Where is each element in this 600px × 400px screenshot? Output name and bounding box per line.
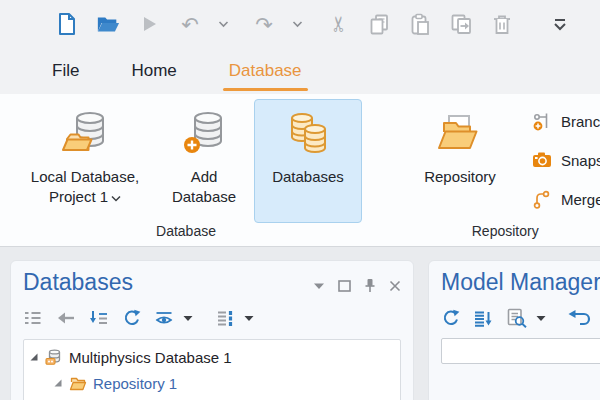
refresh-icon[interactable] [122, 309, 141, 328]
show-options-icon[interactable] [154, 310, 174, 327]
tab-file[interactable]: File [50, 55, 81, 87]
undo-dropdown-icon[interactable] [211, 12, 235, 36]
databases-panel-title: Databases [23, 269, 133, 296]
merge-button[interactable]: Merge [532, 189, 600, 209]
go-to-node-icon[interactable] [89, 309, 109, 327]
panel-pin-icon[interactable] [364, 278, 376, 293]
database-server-icon [45, 348, 63, 366]
run-icon[interactable] [137, 12, 161, 36]
redo-dropdown-icon[interactable] [285, 12, 309, 36]
add-database-button[interactable]: AddDatabase [160, 99, 248, 223]
columns-icon[interactable] [216, 309, 235, 327]
branch-button[interactable]: Branch [532, 111, 600, 131]
panel-close-icon[interactable] [389, 280, 401, 292]
databases-panel-window-controls [313, 278, 401, 293]
group-label-database: Database [10, 223, 362, 246]
merge-icon [532, 189, 552, 209]
ribbon-tabs: File Home Database [0, 48, 600, 94]
refresh-icon[interactable] [441, 309, 460, 328]
model-manager-toolbar [441, 307, 600, 329]
repository-small-buttons: Branch Snapshot [532, 99, 600, 223]
databases-tree: Multiphysics Database 1 Repository 1 [23, 339, 401, 400]
local-database-label: Local Database,Project 1 [31, 167, 139, 206]
ribbon-group-database: Local Database,Project 1 AddDatabase [10, 99, 362, 246]
repository-open-folder-icon [435, 107, 485, 163]
databases-panel: Databases [10, 260, 414, 400]
repository-button[interactable]: Repository [408, 99, 512, 223]
databases-panel-toolbar [23, 307, 401, 329]
chevron-down-icon [111, 195, 121, 202]
branch-add-icon [532, 111, 552, 131]
database-coins-stack-icon [283, 107, 333, 163]
duplicate-icon[interactable] [449, 12, 473, 36]
merge-label: Merge [561, 191, 600, 208]
databases-button[interactable]: Databases [254, 99, 362, 223]
model-manager-search-input[interactable] [441, 338, 600, 364]
tree-row-label: Multiphysics Database 1 [69, 349, 232, 366]
go-back-icon[interactable] [56, 310, 76, 326]
sort-list-icon[interactable] [473, 309, 493, 328]
model-manager-panel: Model Manager [428, 260, 600, 400]
snapshot-label: Snapshot [561, 152, 600, 169]
snapshot-camera-icon [532, 150, 552, 170]
find-in-document-icon[interactable] [506, 308, 527, 328]
model-manager-panel-title: Model Manager [441, 269, 600, 296]
tree-row-multiphysics-database[interactable]: Multiphysics Database 1 [29, 344, 395, 370]
expand-triangle-icon[interactable] [53, 378, 63, 388]
new-file-icon[interactable] [55, 12, 79, 36]
redo-icon[interactable]: ↷ [252, 12, 276, 36]
local-database-button[interactable]: Local Database,Project 1 [10, 99, 160, 223]
repository-label: Repository [424, 167, 496, 187]
collapse-ribbon-icon[interactable] [548, 12, 572, 36]
paste-icon[interactable] [408, 12, 432, 36]
tree-row-label: Repository 1 [93, 375, 177, 392]
expand-triangle-icon[interactable] [29, 352, 39, 362]
open-file-icon[interactable] [96, 12, 120, 36]
tree-row-repository-1[interactable]: Repository 1 [29, 370, 395, 396]
workspace: Databases [0, 247, 600, 400]
columns-dropdown-icon[interactable] [244, 315, 254, 322]
find-dropdown-icon[interactable] [536, 315, 546, 322]
group-label-repository: Repository [386, 223, 600, 246]
branch-label: Branch [561, 113, 600, 130]
ribbon: Local Database,Project 1 AddDatabase [0, 94, 600, 247]
show-dropdown-icon[interactable] [183, 315, 193, 322]
snapshot-button[interactable]: Snapshot [532, 150, 600, 170]
tab-database[interactable]: Database [227, 55, 304, 87]
undo-back-icon[interactable] [567, 309, 591, 327]
panel-collapse-icon[interactable] [313, 282, 325, 290]
tab-home[interactable]: Home [129, 55, 178, 87]
undo-icon[interactable]: ↶ [178, 12, 202, 36]
panel-float-icon[interactable] [338, 280, 351, 292]
cut-icon[interactable]: ✂ [326, 12, 350, 36]
quick-access-toolbar: ↶ ↷ ✂ [0, 0, 600, 48]
add-database-label: AddDatabase [172, 167, 236, 206]
database-add-icon [181, 107, 227, 163]
collapse-all-icon[interactable] [23, 309, 43, 327]
delete-icon[interactable] [490, 12, 514, 36]
database-with-folder-icon [60, 107, 110, 163]
repository-folder-icon [69, 375, 87, 392]
copy-icon[interactable] [367, 12, 391, 36]
ribbon-group-repository: Repository Branch [386, 99, 600, 246]
databases-label: Databases [272, 167, 344, 187]
